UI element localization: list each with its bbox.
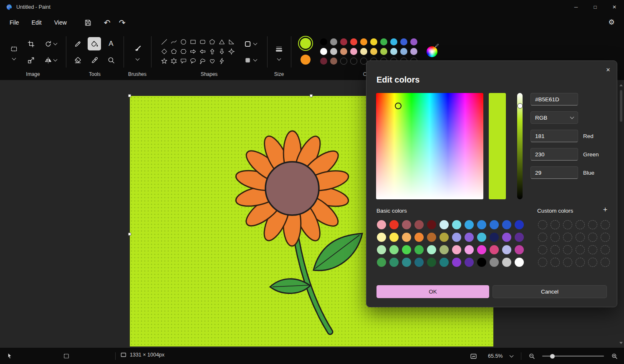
menu-edit[interactable]: Edit (25, 16, 48, 29)
custom-color-slot[interactable] (551, 258, 560, 267)
palette-color-swatch[interactable] (380, 48, 387, 55)
basic-color-swatch[interactable] (402, 258, 411, 267)
custom-color-slot[interactable] (601, 258, 610, 267)
shape-line-icon[interactable] (159, 37, 169, 47)
shape-lightning-icon[interactable] (217, 56, 227, 66)
basic-color-swatch[interactable] (502, 220, 511, 229)
basic-color-swatch[interactable] (389, 233, 399, 242)
basic-color-swatch[interactable] (515, 233, 524, 242)
basic-color-swatch[interactable] (490, 233, 499, 242)
basic-color-swatch[interactable] (452, 258, 461, 267)
brushes-dropdown[interactable] (132, 56, 142, 63)
fill-tool-button[interactable] (88, 37, 101, 50)
menu-view[interactable]: View (48, 16, 73, 29)
custom-color-slot[interactable] (576, 233, 585, 242)
custom-color-slot[interactable] (588, 258, 597, 267)
palette-color-swatch[interactable] (330, 48, 337, 55)
scroll-down-icon[interactable] (619, 342, 623, 344)
basic-color-swatch[interactable] (377, 233, 386, 242)
shape-six-point-star-icon[interactable] (169, 56, 179, 66)
basic-color-swatch[interactable] (427, 220, 436, 229)
redo-button[interactable]: ↷ (115, 16, 130, 29)
eyedropper-tool-button[interactable] (88, 53, 101, 67)
shape-rounded-callout-icon[interactable] (179, 56, 188, 66)
shape-outline-dropdown[interactable] (241, 38, 259, 49)
color-picker-marker[interactable] (395, 103, 402, 109)
shape-right-arrow-icon[interactable] (188, 47, 198, 56)
zoom-level-dropdown[interactable]: 65.5% (484, 350, 517, 362)
text-tool-button[interactable]: A (104, 37, 118, 50)
custom-color-slot[interactable] (538, 258, 547, 267)
basic-color-swatch[interactable] (377, 245, 386, 254)
basic-color-swatch[interactable] (515, 220, 524, 229)
color1-swatch[interactable] (300, 38, 311, 49)
select-tool-dropdown[interactable] (9, 55, 19, 62)
basic-color-swatch[interactable] (477, 220, 486, 229)
palette-color-swatch[interactable] (400, 38, 407, 45)
basic-color-swatch[interactable] (427, 233, 436, 242)
basic-color-swatch[interactable] (465, 220, 474, 229)
menu-file[interactable]: File (3, 16, 25, 29)
palette-color-swatch[interactable] (380, 38, 387, 45)
basic-color-swatch[interactable] (440, 233, 449, 242)
shape-heart-icon[interactable] (207, 56, 217, 66)
custom-color-slot[interactable] (538, 220, 547, 229)
shape-fill-dropdown[interactable] (241, 55, 259, 65)
basic-color-swatch[interactable] (402, 245, 411, 254)
custom-color-slot[interactable] (601, 245, 610, 254)
dialog-close-button[interactable]: ✕ (602, 63, 614, 76)
palette-color-swatch[interactable] (340, 48, 347, 55)
shape-down-arrow-icon[interactable] (217, 47, 227, 56)
color-mode-dropdown[interactable]: RGB (531, 111, 578, 124)
shape-curve-icon[interactable] (169, 37, 179, 47)
custom-color-slot[interactable] (576, 220, 585, 229)
palette-empty-slot[interactable] (340, 58, 347, 65)
luminosity-slider[interactable] (517, 93, 523, 199)
zoom-slider[interactable] (542, 356, 604, 357)
palette-color-swatch[interactable] (320, 58, 327, 65)
palette-empty-slot[interactable] (350, 58, 357, 65)
undo-button[interactable]: ↶ (100, 16, 115, 29)
basic-color-swatch[interactable] (490, 245, 499, 254)
palette-color-swatch[interactable] (390, 48, 397, 55)
palette-color-swatch[interactable] (350, 38, 357, 45)
minimize-button[interactable]: ─ (566, 0, 586, 14)
zoom-to-fit-button[interactable] (467, 350, 480, 362)
custom-color-slot[interactable] (538, 245, 547, 254)
basic-color-swatch[interactable] (414, 258, 424, 267)
palette-color-swatch[interactable] (350, 48, 357, 55)
green-input[interactable] (531, 148, 578, 161)
basic-color-swatch[interactable] (465, 233, 474, 242)
flip-button[interactable] (41, 54, 60, 66)
close-button[interactable]: ✕ (605, 0, 624, 14)
custom-color-slot[interactable] (576, 245, 585, 254)
palette-color-swatch[interactable] (360, 48, 367, 55)
cancel-button[interactable]: Cancel (493, 285, 607, 298)
palette-color-swatch[interactable] (320, 38, 327, 45)
basic-color-swatch[interactable] (389, 220, 399, 229)
custom-color-slot[interactable] (588, 233, 597, 242)
basic-color-swatch[interactable] (515, 258, 524, 267)
luminosity-slider-handle[interactable] (517, 103, 523, 109)
shape-oval-icon[interactable] (179, 37, 188, 47)
shape-cloud-callout-icon[interactable] (198, 56, 207, 66)
palette-color-swatch[interactable] (400, 48, 407, 55)
basic-color-swatch[interactable] (502, 258, 511, 267)
zoom-out-button[interactable] (525, 350, 538, 362)
custom-color-slot[interactable] (601, 233, 610, 242)
shape-diamond-icon[interactable] (159, 47, 169, 56)
shape-up-arrow-icon[interactable] (207, 47, 217, 56)
basic-color-swatch[interactable] (465, 258, 474, 267)
custom-color-slot[interactable] (563, 245, 572, 254)
basic-color-swatch[interactable] (477, 233, 486, 242)
basic-color-swatch[interactable] (515, 245, 524, 254)
basic-color-swatch[interactable] (502, 233, 511, 242)
add-custom-color-button[interactable]: + (599, 204, 611, 215)
palette-color-swatch[interactable] (370, 38, 377, 45)
custom-color-slot[interactable] (551, 220, 560, 229)
basic-color-swatch[interactable] (452, 245, 461, 254)
palette-color-swatch[interactable] (410, 48, 417, 55)
shape-right-triangle-icon[interactable] (227, 37, 236, 47)
shape-four-point-star-icon[interactable] (227, 47, 236, 56)
shape-hexagon-icon[interactable] (179, 47, 188, 56)
